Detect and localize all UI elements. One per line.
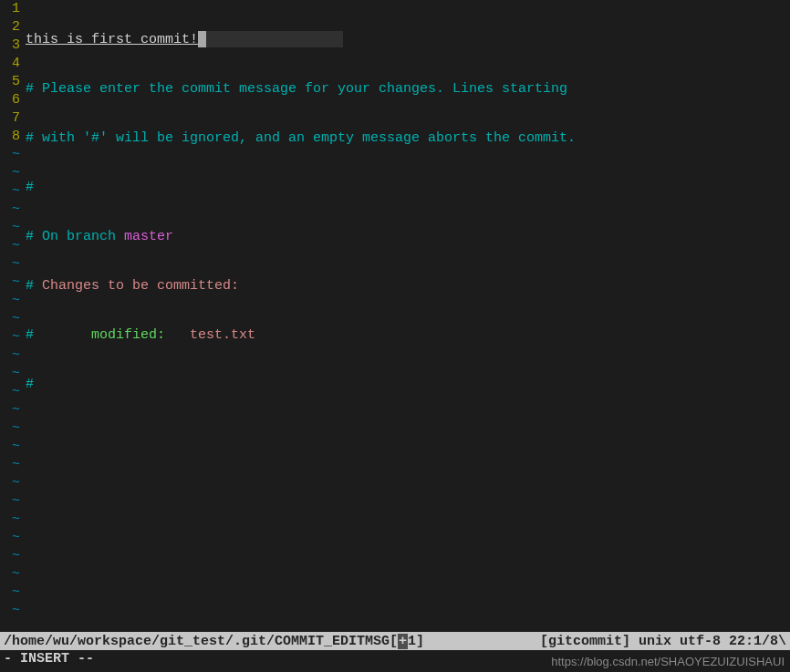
status-info: [gitcommit] unix utf-8 22:1/8\ bbox=[540, 634, 786, 649]
tilde-marker: ~ bbox=[0, 164, 20, 182]
tilde-marker: ~ bbox=[0, 328, 20, 346]
tilde-marker: ~ bbox=[0, 401, 20, 419]
editor-area[interactable]: 1 2 3 4 5 6 7 8 ~ ~ ~ ~ ~ ~ ~ ~ ~ ~ ~ ~ … bbox=[0, 0, 790, 628]
line-number: 8 bbox=[0, 128, 20, 146]
comment-prefix: # bbox=[26, 327, 91, 343]
line-number-gutter: 1 2 3 4 5 6 7 8 ~ ~ ~ ~ ~ ~ ~ ~ ~ ~ ~ ~ … bbox=[0, 0, 26, 628]
tilde-marker: ~ bbox=[0, 201, 20, 219]
modified-indicator: + bbox=[398, 634, 408, 649]
line-number: 6 bbox=[0, 91, 20, 109]
editor-content[interactable]: this is first commit! # Please enter the… bbox=[26, 0, 790, 628]
tilde-marker: ~ bbox=[0, 474, 20, 492]
commit-message-text: this is first commit! bbox=[26, 32, 198, 47]
tilde-marker: ~ bbox=[0, 182, 20, 201]
tilde-marker: ~ bbox=[0, 146, 20, 164]
tilde-marker: ~ bbox=[0, 547, 20, 565]
code-line[interactable]: # Changes to be committed: bbox=[26, 277, 790, 295]
tilde-marker: ~ bbox=[0, 219, 20, 237]
status-filepath: /home/wu/workspace/git_test/.git/COMMIT_… bbox=[4, 634, 540, 649]
tilde-marker: ~ bbox=[0, 310, 20, 328]
line-number: 3 bbox=[0, 36, 20, 55]
code-line[interactable]: # bbox=[26, 179, 790, 197]
line-number: 4 bbox=[0, 55, 20, 73]
code-line[interactable]: this is first commit! bbox=[26, 31, 790, 49]
tilde-marker: ~ bbox=[0, 365, 20, 383]
tilde-marker: ~ bbox=[0, 492, 20, 511]
status-path-suffix: 1] bbox=[408, 634, 424, 649]
line-number: 2 bbox=[0, 18, 20, 36]
tilde-marker: ~ bbox=[0, 419, 20, 438]
tilde-marker: ~ bbox=[0, 565, 20, 584]
changes-header: Changes to be committed: bbox=[42, 278, 239, 294]
branch-name: master bbox=[124, 229, 173, 244]
tilde-marker: ~ bbox=[0, 237, 20, 255]
code-line[interactable]: # On branch master bbox=[26, 228, 790, 246]
line-number: 5 bbox=[0, 73, 20, 91]
watermark-text: https://blog.csdn.net/SHAOYEZUIZUISHAUI bbox=[551, 655, 785, 668]
tilde-marker: ~ bbox=[0, 346, 20, 365]
tilde-marker: ~ bbox=[0, 292, 20, 310]
code-line[interactable]: # bbox=[26, 376, 790, 394]
tilde-marker: ~ bbox=[0, 529, 20, 547]
modified-file: test.txt bbox=[190, 327, 255, 343]
tilde-marker: ~ bbox=[0, 438, 20, 456]
comment-prefix: # bbox=[26, 278, 42, 294]
tilde-marker: ~ bbox=[0, 255, 20, 274]
code-line[interactable]: # modified: test.txt bbox=[26, 326, 790, 345]
tilde-marker: ~ bbox=[0, 456, 20, 474]
comment-prefix: # On branch bbox=[26, 229, 124, 244]
tilde-marker: ~ bbox=[0, 274, 20, 292]
vim-mode-indicator: - INSERT -- bbox=[4, 650, 94, 668]
trailing-highlight bbox=[206, 31, 343, 47]
line-number: 7 bbox=[0, 109, 20, 128]
code-line[interactable]: # Please enter the commit message for yo… bbox=[26, 80, 790, 98]
line-number: 1 bbox=[0, 0, 20, 18]
tilde-marker: ~ bbox=[0, 584, 20, 602]
tilde-marker: ~ bbox=[0, 383, 20, 401]
status-bar: /home/wu/workspace/git_test/.git/COMMIT_… bbox=[0, 632, 790, 650]
text-cursor bbox=[198, 31, 206, 47]
tilde-marker: ~ bbox=[0, 602, 20, 620]
status-path-text: /home/wu/workspace/git_test/.git/COMMIT_… bbox=[4, 634, 398, 649]
tilde-marker: ~ bbox=[0, 511, 20, 529]
modified-label: modified: bbox=[91, 327, 190, 343]
code-line[interactable]: # with '#' will be ignored, and an empty… bbox=[26, 129, 790, 148]
